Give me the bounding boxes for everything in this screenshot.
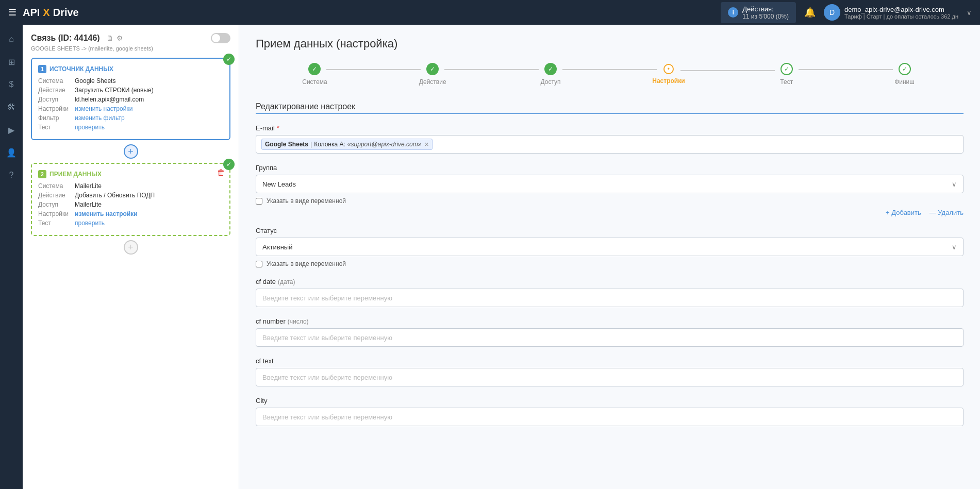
add-bottom-btn[interactable]: + [124,240,138,255]
receive-block-title: 2 ПРИЕМ ДАННЫХ [38,170,223,178]
copy-icon[interactable]: 🗎 [106,34,113,42]
group-select[interactable]: New Leads ∨ [256,175,964,193]
group-actions-row: + Добавить — Удалить [256,209,964,216]
settings-icon[interactable]: ⚙ [117,34,123,42]
source-row-system: Система Google Sheets [38,77,223,85]
connection-header: Связь (ID: 44146) 🗎 ⚙ [31,33,230,43]
main-layout: ⌂ ⊞ $ 🛠 ▶ 👤 ? Связь (ID: 44146) 🗎 ⚙ GOOG… [0,25,980,489]
source-settings-link[interactable]: изменить настройки [75,105,132,112]
step-circle-test: ✓ [780,63,793,75]
step-circle-access: ✓ [544,63,557,75]
group-select-wrap: New Leads ∨ [256,175,964,193]
group-chevron-icon: ∨ [952,180,957,188]
sidebar-item-play[interactable]: ▶ [2,121,21,139]
city-input[interactable] [256,408,964,426]
sidebar-item-briefcase[interactable]: 🛠 [2,98,21,116]
sidebar: ⌂ ⊞ $ 🛠 ▶ 👤 ? [0,25,23,489]
actions-info: i Действия: 11 из 5'000 (0%) [721,2,796,23]
sidebar-item-help[interactable]: ? [2,166,21,184]
cf-number-input[interactable] [256,328,964,347]
delete-receive-icon[interactable]: 🗑 [217,168,225,177]
user-menu[interactable]: D demo_apix-drive@apix-drive.com Тариф |… [824,4,972,21]
cf-date-field-group: cf date (дата) [256,278,964,307]
step-label-finish: Финиш [894,78,915,86]
group-add-button[interactable]: + Добавить [886,209,921,216]
cf-number-field-group: cf number (число) [256,317,964,347]
cf-text-input[interactable] [256,368,964,386]
status-checkbox-row: Указать в виде переменной [256,260,964,267]
receive-row-action: Действие Добавить / Обновить ПОДП [38,192,223,199]
left-panel: Связь (ID: 44146) 🗎 ⚙ GOOGLE SHEETS -> (… [23,25,239,489]
group-checkbox-label: Указать в виде переменной [267,197,346,205]
source-block: ✓ 1 ИСТОЧНИК ДАННЫХ Система Google Sheet… [31,58,230,140]
status-field-group: Статус Активный ∨ Указать в виде перемен… [256,227,964,267]
cf-number-label: cf number (число) [256,317,964,325]
source-row-action: Действие Загрузить СТРОКИ (новые) [38,87,223,94]
step-circle-settings: • [663,64,674,74]
user-info: demo_apix-drive@apix-drive.com Тариф | С… [844,6,958,20]
receive-settings-link[interactable]: изменить настройки [75,210,138,217]
required-star: * [277,124,279,132]
email-tag-input[interactable]: Google Sheets | Колонка А: «support@apix… [256,135,964,154]
menu-icon[interactable]: ☰ [8,7,16,18]
right-panel: Прием данных (настройка) ✓ Система ✓ Дей… [239,25,980,489]
avatar: D [824,4,840,21]
status-chevron-icon: ∨ [952,243,957,251]
step-system: ✓ Система [256,63,374,86]
email-tag-close-icon[interactable]: × [424,140,428,148]
status-select-wrap: Активный ∨ [256,238,964,256]
sidebar-item-user[interactable]: 👤 [2,143,21,162]
receive-row-system: Система MailerLite [38,182,223,190]
group-label: Группа [256,164,964,172]
status-variable-checkbox[interactable] [256,261,262,267]
add-between-btn[interactable]: + [124,144,138,159]
step-settings[interactable]: • Настройки [609,64,727,85]
source-block-title: 1 ИСТОЧНИК ДАННЫХ [38,65,223,73]
user-chevron-icon[interactable]: ∨ [967,9,972,16]
group-select-value: New Leads [262,180,296,188]
page-title: Прием данных (настройка) [256,37,964,50]
source-badge: ✓ [223,54,235,65]
group-field-group: Группа New Leads ∨ Указать в виде переме… [256,164,964,216]
source-row-settings: Настройки изменить настройки [38,105,223,112]
step-action: ✓ Действие [374,63,492,86]
group-remove-button[interactable]: — Удалить [929,209,964,216]
sidebar-item-home[interactable]: ⌂ [2,30,21,48]
source-filter-link[interactable]: изменить фильтр [75,114,125,122]
city-field-group: City [256,397,964,426]
step-test[interactable]: ✓ Тест [727,63,845,86]
receive-test-link[interactable]: проверить [75,220,105,227]
email-label: E-mail * [256,124,964,132]
cf-text-field-group: cf text [256,357,964,386]
receive-block: ✓ 🗑 2 ПРИЕМ ДАННЫХ Система MailerLite Де… [31,163,230,236]
section-title[interactable]: Редактирование настроек [256,102,964,114]
status-select[interactable]: Активный ∨ [256,238,964,256]
status-checkbox-label: Указать в виде переменной [267,260,346,267]
cf-text-label: cf text [256,357,964,365]
cf-date-input[interactable] [256,289,964,307]
step-circle-finish: ✓ [899,63,911,75]
bell-icon[interactable]: 🔔 [804,7,816,18]
group-variable-checkbox[interactable] [256,198,262,205]
step-label-system: Система [302,78,327,86]
sidebar-item-billing[interactable]: $ [2,75,21,94]
steps-bar: ✓ Система ✓ Действие ✓ Доступ • Настройк… [256,63,964,86]
toggle-switch[interactable] [211,33,230,43]
connection-title: Связь (ID: 44146) [31,33,100,43]
step-label-test: Тест [780,78,793,86]
source-test-link[interactable]: проверить [75,124,105,131]
logo: APIXDrive [23,7,79,19]
cf-date-label: cf date (дата) [256,278,964,285]
receive-row-settings: Настройки изменить настройки [38,210,223,217]
step-circle-action: ✓ [426,63,439,75]
sidebar-item-grid[interactable]: ⊞ [2,53,21,71]
connection-toggle [211,33,230,43]
step-finish[interactable]: ✓ Финиш [845,63,964,86]
email-field-group: E-mail * Google Sheets | Колонка А: «sup… [256,124,964,154]
topbar: ☰ APIXDrive i Действия: 11 из 5'000 (0%)… [0,0,980,25]
info-icon: i [728,7,738,18]
source-row-access: Доступ ld.helen.apix@gmail.com [38,96,223,103]
step-label-settings: Настройки [652,77,685,85]
receive-row-access: Доступ MailerLite [38,201,223,208]
city-label: City [256,397,964,404]
